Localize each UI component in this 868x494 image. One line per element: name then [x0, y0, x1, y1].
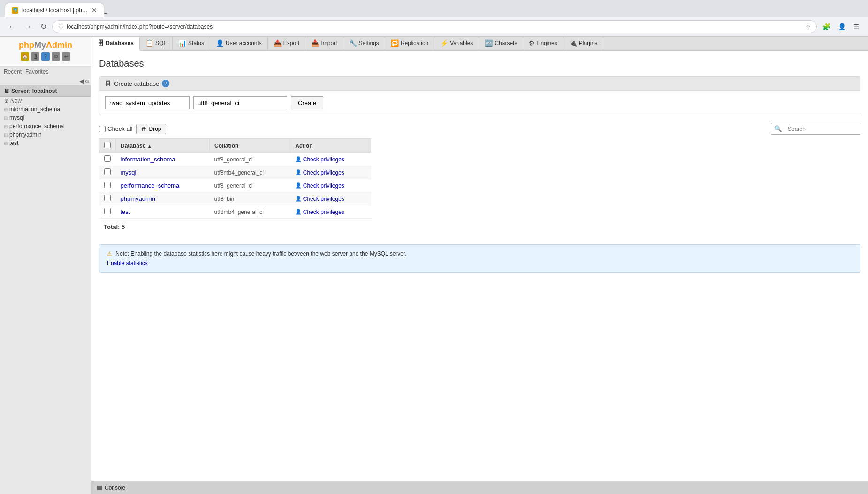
- check-priv-icon: 👤: [295, 169, 302, 175]
- sql-icon: 📋: [145, 39, 153, 47]
- row-checkbox[interactable]: [104, 195, 111, 201]
- create-db-help-icon[interactable]: ?: [162, 80, 169, 87]
- tab-variables[interactable]: ⚡ Variables: [434, 37, 479, 50]
- sidebar-item-performance-schema[interactable]: ⊞ performance_schema: [0, 122, 91, 130]
- settings-icon[interactable]: ⚙: [52, 52, 60, 61]
- drop-icon: 🗑: [141, 126, 147, 132]
- enable-statistics-link[interactable]: Enable statistics: [107, 260, 853, 266]
- table-row: mysql utf8mb4_general_ci 👤 Check privile…: [99, 166, 371, 179]
- header-checkbox-cell: [99, 139, 116, 153]
- db-link-mysql[interactable]: mysql: [121, 169, 137, 176]
- tab-databases[interactable]: 🗄 Databases: [91, 37, 140, 51]
- console-icon: [97, 486, 102, 490]
- tab-charsets[interactable]: 🔤 Charsets: [479, 37, 523, 50]
- table-header-checkbox[interactable]: [104, 142, 111, 148]
- check-privileges-link[interactable]: 👤 Check privileges: [295, 209, 366, 215]
- row-checkbox[interactable]: [104, 155, 111, 162]
- user-icon: 👤: [216, 39, 224, 47]
- check-privileges-link[interactable]: 👤 Check privileges: [295, 156, 366, 163]
- help-icon[interactable]: ?: [41, 52, 50, 61]
- tab-favicon: 🐬: [12, 7, 18, 14]
- sidebar-item-new[interactable]: ⊕ New: [0, 97, 91, 105]
- logo-text: phpMyAdmin: [4, 40, 87, 50]
- tab-user-accounts-label: User accounts: [226, 40, 262, 46]
- row-checkbox-cell: [99, 179, 116, 192]
- sidebar-db-label: test: [9, 140, 18, 146]
- db-toolbar: Check all 🗑 Drop 🔍: [99, 123, 860, 135]
- db-icon[interactable]: 🗄: [31, 52, 39, 61]
- refresh-button[interactable]: ↻: [38, 20, 49, 33]
- tab-settings[interactable]: 🔧 Settings: [343, 37, 385, 50]
- tab-close-button[interactable]: ✕: [91, 7, 97, 14]
- create-database-header[interactable]: 🗄 Create database ?: [99, 77, 860, 91]
- header-collation[interactable]: Collation: [210, 139, 290, 153]
- header-database[interactable]: Database ▲: [116, 139, 210, 153]
- database-name-input[interactable]: [105, 96, 190, 109]
- search-icon-button[interactable]: 🔍: [771, 123, 785, 134]
- tab-import[interactable]: 📥 Import: [305, 37, 343, 50]
- check-all-checkbox[interactable]: [99, 126, 106, 132]
- sidebar-item-mysql[interactable]: ⊞ mysql: [0, 114, 91, 122]
- tab-plugins[interactable]: 🔌 Plugins: [563, 37, 603, 50]
- tab-sql[interactable]: 📋 SQL: [140, 37, 173, 50]
- console-bar[interactable]: Console: [91, 481, 868, 494]
- tab-export[interactable]: 📤 Export: [268, 37, 306, 50]
- new-tab-button[interactable]: +: [104, 10, 108, 17]
- check-priv-icon: 👤: [295, 156, 302, 162]
- address-bar[interactable]: 🛡 localhost/phpmyadmin/index.php?route=/…: [52, 20, 817, 33]
- collation-select[interactable]: [193, 96, 287, 109]
- tab-engines[interactable]: ⚙ Engines: [523, 37, 563, 50]
- extensions-button[interactable]: 🧩: [820, 21, 833, 32]
- tab-status[interactable]: 📊 Status: [173, 37, 210, 50]
- row-checkbox[interactable]: [104, 182, 111, 188]
- tab-user-accounts[interactable]: 👤 User accounts: [210, 37, 268, 50]
- note-box: ⚠ Note: Enabling the database statistics…: [99, 244, 860, 273]
- tab-replication[interactable]: 🔁 Replication: [385, 37, 434, 50]
- create-database-label: Create database: [114, 80, 159, 87]
- row-checkbox[interactable]: [104, 168, 111, 175]
- tab-settings-label: Settings: [359, 40, 379, 46]
- drop-button[interactable]: 🗑 Drop: [136, 124, 166, 134]
- tab-plugins-label: Plugins: [579, 40, 597, 46]
- profile-button[interactable]: 👤: [835, 21, 849, 32]
- check-privileges-link[interactable]: 👤 Check privileges: [295, 182, 366, 189]
- db-link-phpmyadmin[interactable]: phpmyadmin: [121, 195, 155, 202]
- browser-tab[interactable]: 🐬 localhost / localhost | ph… ✕: [5, 3, 104, 17]
- check-privileges-link[interactable]: 👤 Check privileges: [295, 196, 366, 202]
- row-collation: utf8mb4_general_ci: [210, 166, 290, 179]
- nav-actions: 🧩 👤 ☰: [820, 21, 862, 32]
- check-privileges-link[interactable]: 👤 Check privileges: [295, 169, 366, 176]
- check-all-wrap: Check all: [99, 125, 132, 132]
- top-nav: 🗄 Databases 📋 SQL 📊 Status 👤 User accoun…: [91, 37, 868, 51]
- create-database-button[interactable]: Create: [291, 96, 323, 109]
- recent-link[interactable]: Recent: [4, 68, 22, 75]
- favorites-link[interactable]: Favorites: [25, 68, 48, 75]
- collapse-sidebar-button[interactable]: ◀ ∞: [79, 78, 89, 84]
- sidebar-item-phpmyadmin[interactable]: ⊞ phpmyadmin: [0, 130, 91, 139]
- sidebar-item-test[interactable]: ⊞ test: [0, 139, 91, 147]
- server-icon: 🖥: [4, 88, 9, 94]
- table-row: performance_schema utf8_general_ci 👤 Che…: [99, 179, 371, 192]
- bookmark-icon[interactable]: ☆: [806, 23, 811, 30]
- search-input[interactable]: [785, 124, 860, 134]
- import-icon: 📥: [311, 39, 319, 47]
- create-database-body: Create: [99, 91, 860, 115]
- row-collation: utf8mb4_general_ci: [210, 205, 290, 219]
- db-link-test[interactable]: test: [121, 208, 130, 215]
- back-button[interactable]: ←: [6, 21, 19, 33]
- sidebar-item-information-schema[interactable]: ⊞ information_schema: [0, 105, 91, 114]
- db-link-information-schema[interactable]: information_schema: [121, 156, 175, 163]
- row-action: 👤 Check privileges: [290, 192, 371, 205]
- logo-php: php: [19, 40, 34, 50]
- db-link-performance-schema[interactable]: performance_schema: [121, 182, 180, 189]
- menu-button[interactable]: ☰: [851, 21, 862, 32]
- sidebar-collapse-bar: ◀ ∞: [0, 77, 91, 86]
- home-icon[interactable]: 🏠: [21, 52, 29, 61]
- row-db-name: performance_schema: [116, 179, 210, 192]
- db-expand-icon: ⊞: [4, 107, 8, 112]
- row-checkbox[interactable]: [104, 208, 111, 214]
- sidebar-db-label: information_schema: [9, 106, 60, 113]
- forward-button[interactable]: →: [22, 21, 35, 33]
- row-action: 👤 Check privileges: [290, 153, 371, 166]
- logout-icon[interactable]: ↩: [62, 52, 70, 61]
